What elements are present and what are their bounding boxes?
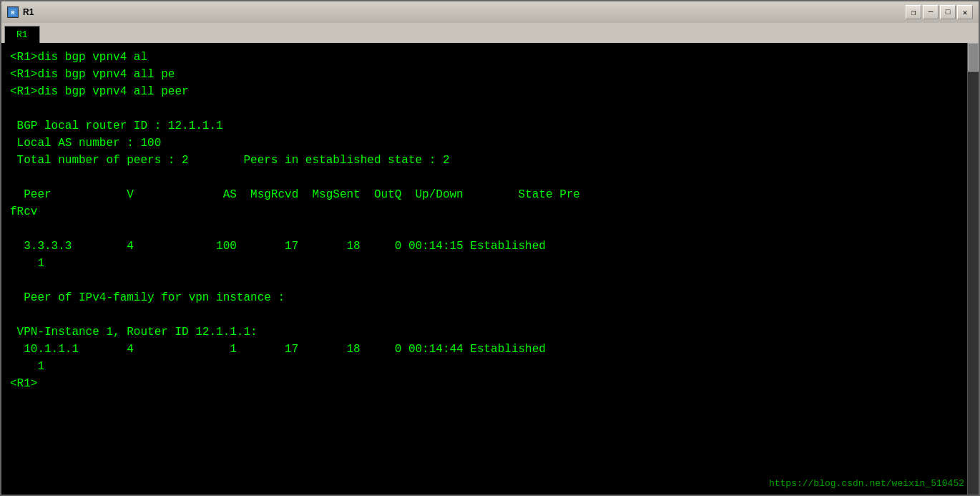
window-title: R1 (23, 7, 34, 17)
tab-bar: R1 (1, 23, 979, 43)
window-controls: ❐ ─ □ ✕ (906, 5, 973, 19)
terminal-area[interactable]: <R1>dis bgp vpnv4 al <R1>dis bgp vpnv4 a… (1, 43, 979, 495)
scrollbar[interactable] (967, 43, 979, 495)
close-button[interactable]: ✕ (957, 5, 973, 19)
title-bar-left: R R1 (7, 6, 34, 18)
tab-r1[interactable]: R1 (4, 26, 40, 43)
terminal-output: <R1>dis bgp vpnv4 al <R1>dis bgp vpnv4 a… (10, 49, 970, 392)
maximize-button[interactable]: □ (940, 5, 956, 19)
title-bar: R R1 ❐ ─ □ ✕ (1, 1, 979, 23)
watermark-text: https://blog.csdn.net/weixin_510452 (769, 478, 964, 489)
scrollbar-thumb[interactable] (968, 43, 979, 72)
window-icon: R (7, 6, 19, 18)
restore-button[interactable]: ❐ (906, 5, 921, 19)
minimize-button[interactable]: ─ (923, 5, 939, 19)
svg-text:R: R (11, 9, 15, 16)
main-window: R R1 ❐ ─ □ ✕ R1 <R1>dis bgp vpnv4 al <R1… (0, 0, 980, 496)
